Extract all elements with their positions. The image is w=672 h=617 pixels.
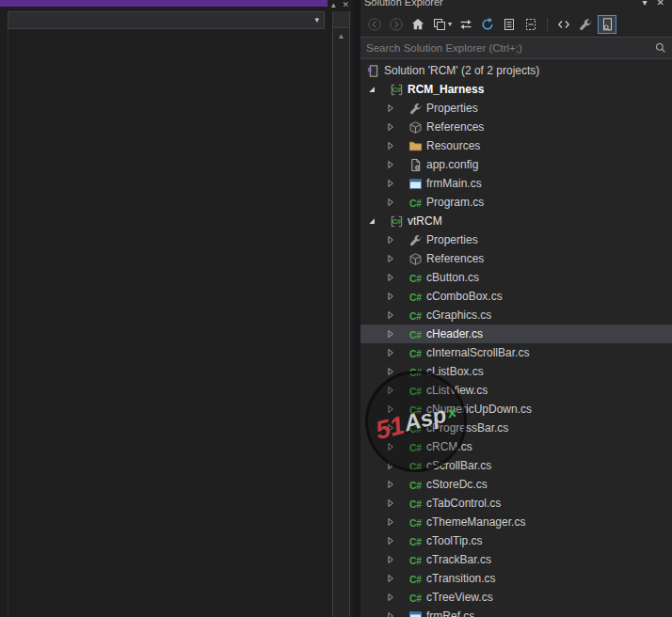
tree-item-cstoredc-cs[interactable]: cStoreDc.cs [360,475,672,494]
collapsed-chevron-icon[interactable] [385,254,408,263]
tree-item-cinternalscrollbar-cs[interactable]: cInternalScrollBar.cs [360,343,672,362]
tree-item-cbutton-cs[interactable]: cButton.cs [360,268,672,287]
sync-with-active-document-button[interactable] [456,15,475,34]
tree-item-cheader-cs[interactable]: cHeader.cs [360,324,672,343]
references-icon [408,252,423,266]
tree-item-ctrackbar-cs[interactable]: cTrackBar.cs [360,550,672,569]
search-input[interactable] [360,38,672,58]
tree-item-properties[interactable]: Properties [360,230,672,249]
editor-navigation-dropdown[interactable]: ▾ [8,11,325,29]
preview-selected-items-button[interactable] [598,15,616,34]
collapsed-chevron-icon[interactable] [385,198,408,207]
collapsed-chevron-icon[interactable] [385,310,408,320]
collapsed-chevron-icon[interactable] [385,329,408,339]
collapse-all-icon [502,17,517,32]
tree-item-resources[interactable]: Resources [360,136,672,155]
collapsed-chevron-icon[interactable] [385,611,408,617]
csharp-file-icon [408,346,423,360]
scroll-up-arrow-icon[interactable]: ▲ [333,28,349,40]
switch-views-button[interactable]: ▾ [430,15,454,34]
solution-tree: Solution 'RCM' (2 of 2 projects) RCM_Har… [360,59,672,617]
show-all-files-button[interactable] [521,15,540,34]
csharp-file-icon [408,572,423,586]
collapsed-chevron-icon[interactable] [385,122,408,132]
close-icon[interactable]: ✕ [342,0,349,8]
collapsed-chevron-icon[interactable] [385,348,408,357]
tree-item-ctooltip-cs[interactable]: cToolTip.cs [360,531,672,550]
tree-item-properties[interactable]: Properties [360,99,672,118]
collapsed-chevron-icon[interactable] [385,517,408,527]
tree-item-ctabcontrol-cs[interactable]: cTabControl.cs [360,494,672,513]
tree-item-frmmain-cs[interactable]: frmMain.cs [360,174,672,193]
collapsed-chevron-icon[interactable] [385,461,408,470]
properties-button[interactable] [576,15,595,34]
collapsed-chevron-icon[interactable] [385,480,408,489]
tree-item-app-config[interactable]: app.config [360,155,672,174]
collapsed-chevron-icon[interactable] [385,536,408,546]
expanded-chevron-icon[interactable] [366,85,390,94]
csharp-file-icon [408,534,423,548]
collapsed-chevron-icon[interactable] [385,498,408,508]
collapsed-chevron-icon[interactable] [385,235,408,245]
layers-icon [432,17,447,32]
collapsed-chevron-icon[interactable] [385,292,408,301]
expanded-chevron-icon[interactable] [366,216,390,226]
tree-item-cgraphics-cs[interactable]: cGraphics.cs [360,306,672,324]
tree-item-cprogressbar-cs[interactable]: cProgressBar.cs [360,419,672,437]
csharp-file-icon [408,308,423,323]
collapse-all-button[interactable] [500,15,519,34]
wrench-icon [408,233,423,247]
forward-button[interactable] [387,15,406,34]
csharp-file-icon [408,497,423,511]
collapsed-chevron-icon[interactable] [385,179,408,188]
wrench-icon [578,17,593,32]
collapsed-chevron-icon[interactable] [385,404,408,414]
collapsed-chevron-icon[interactable] [385,593,408,602]
panel-splitter[interactable] [354,0,360,617]
tree-item-cnumericupdown-cs[interactable]: cNumericUpDown.cs [360,400,672,419]
search-icon[interactable] [654,41,667,55]
refresh-button[interactable] [478,15,497,34]
tree-item-ccombobox-cs[interactable]: cComboBox.cs [360,287,672,306]
tree-item-ctransition-cs[interactable]: cTransition.cs [360,569,672,588]
collapsed-chevron-icon[interactable] [385,160,408,169]
tree-item-vtrcm[interactable]: vtRCM [360,212,672,230]
collapsed-chevron-icon[interactable] [385,423,408,433]
view-code-button[interactable] [554,15,573,34]
tree-item-crcm-cs[interactable]: cRCM.cs [360,437,672,456]
chevron-down-icon: ▾ [314,16,319,24]
tree-item-ctreeview-cs[interactable]: cTreeView.cs [360,588,672,607]
folder-icon [408,139,423,153]
csharp-file-icon [408,478,423,492]
tree-item-clistbox-cs[interactable]: cListBox.cs [360,362,672,381]
tree-item-frmref-cs[interactable]: frmRef.cs [360,607,672,617]
sync-icon [458,17,473,32]
tree-item-program-cs[interactable]: Program.cs [360,193,672,212]
back-button[interactable] [365,15,384,34]
solution-explorer-panel: Solution Explorer ▾ ✕ ▾ Solution 'RCM' (… [360,0,672,617]
home-button[interactable] [408,15,427,34]
tree-item-cthememanager-cs[interactable]: cThemeManager.cs [360,513,672,531]
tree-item-solution-rcm-2-of-2-projects[interactable]: Solution 'RCM' (2 of 2 projects) [360,61,672,80]
tree-item-references[interactable]: References [360,118,672,136]
collapsed-chevron-icon[interactable] [385,103,408,113]
panel-title: Solution Explorer [364,0,443,8]
close-icon[interactable]: ✕ [657,0,664,8]
tree-item-cscrollbar-cs[interactable]: cScrollBar.cs [360,456,672,475]
collapsed-chevron-icon[interactable] [385,574,408,583]
collapsed-chevron-icon[interactable] [385,555,408,564]
collapsed-chevron-icon[interactable] [385,367,408,376]
nav-forward-icon [389,17,404,32]
tree-item-references[interactable]: References [360,249,672,268]
tree-item-clistview-cs[interactable]: cListView.cs [360,381,672,400]
tree-item-rcm-harness[interactable]: RCM_Harness [360,80,672,99]
editor-vertical-scrollbar[interactable]: ▲ [332,11,350,617]
splitter-grip[interactable] [333,11,349,28]
csharp-file-icon [408,591,423,605]
collapsed-chevron-icon[interactable] [385,141,408,150]
collapsed-chevron-icon[interactable] [385,386,408,395]
auto-hide-icon[interactable]: ▴ [331,0,336,8]
collapsed-chevron-icon[interactable] [385,442,408,451]
collapsed-chevron-icon[interactable] [385,273,408,282]
window-menu-icon[interactable]: ▾ [643,0,648,8]
